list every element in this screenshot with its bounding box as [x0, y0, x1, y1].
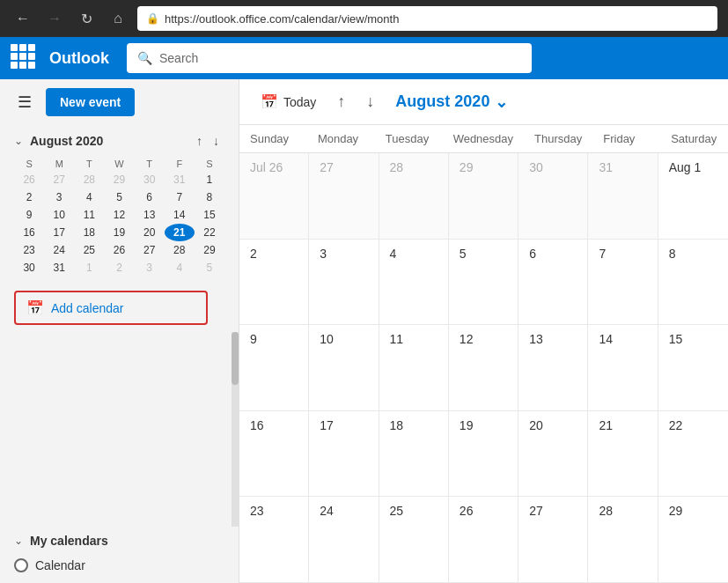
- mini-cal-day[interactable]: 3: [135, 259, 165, 277]
- calendar-cell[interactable]: 29: [449, 153, 518, 239]
- cal-next-button[interactable]: ↓: [359, 89, 381, 114]
- scroll-thumb[interactable]: [232, 332, 239, 385]
- mini-cal-day[interactable]: 12: [104, 206, 134, 224]
- mini-cal-day[interactable]: 4: [165, 259, 195, 277]
- mini-cal-day[interactable]: 14: [165, 206, 195, 224]
- mini-cal-expand-button[interactable]: ⌄: [14, 135, 23, 147]
- mini-cal-day[interactable]: 5: [104, 188, 134, 206]
- mini-cal-day[interactable]: 18: [74, 224, 104, 241]
- calendar-cell[interactable]: 19: [449, 411, 518, 497]
- mini-cal-day[interactable]: 19: [104, 224, 134, 241]
- mini-cal-day[interactable]: 25: [74, 241, 104, 259]
- calendar-cell[interactable]: 13: [518, 325, 588, 410]
- mini-cal-day[interactable]: 30: [135, 171, 165, 188]
- calendar-cell[interactable]: 16: [239, 411, 309, 497]
- calendar-cell[interactable]: 24: [309, 497, 379, 582]
- mini-cal-day[interactable]: 28: [74, 171, 104, 188]
- mini-cal-prev-button[interactable]: ↑: [191, 132, 208, 150]
- calendar-cell[interactable]: 4: [379, 240, 449, 325]
- mini-cal-day[interactable]: 2: [14, 188, 44, 206]
- calendar-cell[interactable]: 18: [379, 411, 449, 497]
- new-event-button[interactable]: New event: [46, 88, 135, 116]
- mini-cal-next-button[interactable]: ↓: [208, 132, 224, 150]
- mini-cal-day[interactable]: 8: [195, 188, 224, 206]
- calendar-cell[interactable]: 17: [309, 411, 379, 497]
- calendar-cell[interactable]: 21: [588, 411, 658, 497]
- cal-prev-button[interactable]: ↑: [330, 89, 352, 114]
- calendar-cell[interactable]: 5: [449, 240, 518, 325]
- mini-cal-day[interactable]: 15: [195, 206, 224, 224]
- mini-cal-day[interactable]: 27: [135, 241, 165, 259]
- mini-cal-day[interactable]: 16: [14, 224, 44, 241]
- mini-cal-day[interactable]: 21: [165, 224, 195, 241]
- calendar-cell[interactable]: 20: [518, 411, 588, 497]
- calendar-cell[interactable]: 23: [239, 497, 309, 582]
- home-button[interactable]: ⌂: [106, 6, 130, 31]
- calendar-radio[interactable]: [14, 558, 28, 572]
- add-calendar-button[interactable]: 📅 Add calendar: [14, 291, 208, 325]
- mini-cal-day[interactable]: 6: [135, 188, 165, 206]
- mini-cal-day[interactable]: 20: [135, 224, 165, 241]
- mini-cal-day[interactable]: 9: [14, 206, 44, 224]
- calendar-cell[interactable]: 14: [588, 325, 658, 410]
- calendar-cell[interactable]: 27: [309, 153, 379, 239]
- mini-cal-day[interactable]: 4: [74, 188, 104, 206]
- cal-date-number: 20: [529, 418, 577, 432]
- mini-cal-day[interactable]: 7: [165, 188, 195, 206]
- mini-cal-day[interactable]: 13: [135, 206, 165, 224]
- calendar-cell[interactable]: Aug 1: [658, 153, 728, 239]
- calendar-cell[interactable]: 6: [518, 240, 588, 325]
- mini-cal-day[interactable]: 10: [44, 206, 74, 224]
- calendar-cell[interactable]: 7: [588, 240, 658, 325]
- calendar-cell[interactable]: 31: [588, 153, 658, 239]
- mini-cal-day[interactable]: 27: [44, 171, 74, 188]
- calendar-cell[interactable]: 15: [658, 325, 728, 410]
- back-button[interactable]: ←: [11, 6, 35, 31]
- calendar-cell[interactable]: 30: [518, 153, 588, 239]
- calendar-cell[interactable]: 22: [658, 411, 728, 497]
- mini-cal-day[interactable]: 1: [74, 259, 104, 277]
- calendar-cell[interactable]: 28: [588, 497, 658, 582]
- app-grid-icon[interactable]: [11, 44, 39, 72]
- today-button[interactable]: 📅 Today: [254, 90, 323, 114]
- mini-cal-day[interactable]: 31: [44, 259, 74, 277]
- mini-cal-day[interactable]: 29: [104, 171, 134, 188]
- calendar-cell[interactable]: Jul 26: [239, 153, 309, 239]
- calendar-cell[interactable]: 29: [658, 497, 728, 582]
- mini-cal-day[interactable]: 29: [195, 241, 224, 259]
- mini-cal-day[interactable]: 1: [195, 171, 224, 188]
- mini-cal-day[interactable]: 2: [104, 259, 134, 277]
- month-title[interactable]: August 2020 ⌄: [395, 92, 508, 112]
- calendar-cell[interactable]: 10: [309, 325, 379, 410]
- cal-day-header: Friday: [592, 125, 660, 152]
- refresh-button[interactable]: ↻: [74, 6, 99, 31]
- mini-cal-day[interactable]: 30: [14, 259, 44, 277]
- calendar-cell[interactable]: 28: [379, 153, 449, 239]
- calendar-cell[interactable]: 11: [379, 325, 449, 410]
- mini-cal-day[interactable]: 3: [44, 188, 74, 206]
- mini-cal-day[interactable]: 28: [165, 241, 195, 259]
- hamburger-button[interactable]: ☰: [14, 89, 35, 115]
- calendar-cell[interactable]: 3: [309, 240, 379, 325]
- mini-cal-day[interactable]: 26: [14, 171, 44, 188]
- search-bar[interactable]: 🔍 Search: [127, 43, 532, 73]
- calendar-cell[interactable]: 26: [449, 497, 518, 582]
- mini-cal-day[interactable]: 11: [74, 206, 104, 224]
- mini-cal-day[interactable]: 24: [44, 241, 74, 259]
- calendar-cell[interactable]: 27: [518, 497, 588, 582]
- forward-button[interactable]: →: [42, 6, 67, 31]
- calendar-cell[interactable]: 12: [449, 325, 518, 410]
- mini-cal-day[interactable]: 31: [165, 171, 195, 188]
- calendar-cell[interactable]: 9: [239, 325, 309, 410]
- calendar-cell[interactable]: 8: [658, 240, 728, 325]
- mini-cal-day[interactable]: 5: [195, 259, 224, 277]
- calendar-cell[interactable]: 2: [239, 240, 309, 325]
- calendar-cell[interactable]: 25: [379, 497, 449, 582]
- calendar-list-item[interactable]: Calendar: [14, 555, 224, 576]
- mini-cal-day[interactable]: 26: [104, 241, 134, 259]
- mini-cal-day[interactable]: 22: [195, 224, 224, 241]
- mini-cal-day[interactable]: 23: [14, 241, 44, 259]
- mini-cal-day[interactable]: 17: [44, 224, 74, 241]
- my-calendars-chevron-icon[interactable]: ⌄: [14, 535, 23, 547]
- address-bar[interactable]: 🔒 https://outlook.office.com/calendar/vi…: [137, 6, 717, 31]
